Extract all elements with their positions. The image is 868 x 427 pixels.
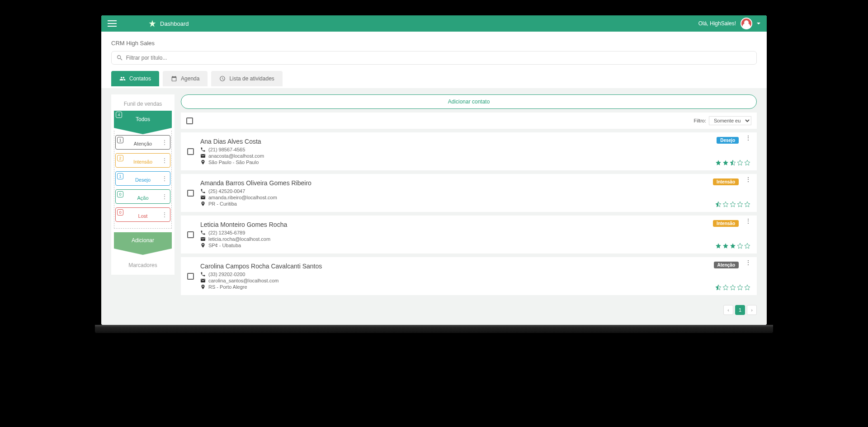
- star-full-icon: [715, 160, 722, 166]
- mail-icon: [200, 153, 206, 159]
- contact-email-row: anacosta@localhost.com: [200, 153, 750, 159]
- header-title: Dashboard: [160, 20, 189, 27]
- star-half-icon: [715, 284, 722, 291]
- funnel-stage[interactable]: 1 Desejo ⋮: [115, 171, 170, 186]
- contact-menu-icon[interactable]: ⋮: [745, 262, 751, 263]
- contact-phone-row: (25) 42520-0047: [200, 188, 750, 194]
- stage-menu-icon[interactable]: ⋮: [162, 141, 167, 143]
- contact-card[interactable]: Ana Dias Alves Costa (21) 98567-4565 ana…: [181, 132, 757, 170]
- tab-activities[interactable]: Lista de atividades: [211, 71, 282, 86]
- contact-checkbox[interactable]: [187, 148, 194, 155]
- mail-icon: [200, 195, 206, 200]
- stage-menu-icon[interactable]: ⋮: [162, 160, 167, 161]
- contact-location: PR - Curitiba: [208, 201, 237, 206]
- tab-agenda[interactable]: Agenda: [163, 71, 208, 86]
- star-empty-icon: [722, 201, 729, 207]
- sidebar-funnel: Funil de vendas 4 Todos 1 Atenção ⋮ 2 In…: [111, 94, 175, 275]
- contact-location-row: SP¢ - Ubatuba: [200, 243, 750, 248]
- stage-menu-icon[interactable]: ⋮: [162, 196, 167, 197]
- contact-menu-icon[interactable]: ⋮: [745, 220, 751, 222]
- funnel-stage[interactable]: 0 Ação ⋮: [115, 189, 170, 204]
- contact-email: carolina_santos@localhost.com: [208, 278, 278, 283]
- contact-phone-row: (33) 29202-0200: [200, 272, 750, 277]
- funnel-stages: 1 Atenção ⋮ 2 Intensão ⋮ 1 Desejo ⋮ 0 Aç…: [114, 131, 172, 229]
- contact-name: Ana Dias Alves Costa: [200, 138, 750, 145]
- contact-phone: (33) 29202-0200: [208, 272, 245, 277]
- contact-email: anacosta@localhost.com: [208, 153, 264, 159]
- stage-count: 0: [117, 191, 123, 197]
- contact-tag: Atenção: [714, 262, 739, 268]
- contact-menu-icon[interactable]: ⋮: [745, 178, 751, 180]
- pin-icon: [200, 284, 206, 290]
- contact-phone: (25) 42520-0047: [208, 188, 245, 194]
- star-empty-icon: [737, 201, 743, 207]
- stage-label: Atenção: [134, 141, 152, 146]
- contact-menu-icon[interactable]: ⋮: [745, 137, 751, 139]
- pin-icon: [200, 243, 206, 248]
- contact-checkbox[interactable]: [187, 231, 194, 238]
- contact-card[interactable]: Amanda Barros Oliveira Gomes Ribeiro (25…: [181, 174, 757, 212]
- stage-count: 1: [117, 137, 123, 143]
- contact-phone-row: (22) 12345-6789: [200, 230, 750, 235]
- contact-location: São Paulo - São Paulo: [208, 160, 259, 165]
- page-prev[interactable]: ‹: [723, 305, 733, 315]
- star-full-icon: [722, 160, 729, 166]
- list-header: Filtro: Somente eu: [181, 113, 757, 129]
- mail-icon: [200, 236, 206, 242]
- contact-card[interactable]: Carolina Campos Rocha Cavalcanti Santos …: [181, 257, 757, 295]
- star-empty-icon: [744, 201, 750, 207]
- funnel-add-button[interactable]: Adicionar: [114, 232, 172, 249]
- header-brand[interactable]: Dashboard: [148, 19, 189, 28]
- search-icon: [116, 54, 123, 61]
- pin-icon: [200, 160, 206, 165]
- contact-rating: [715, 284, 750, 291]
- funnel-stage[interactable]: 2 Intensão ⋮: [115, 153, 170, 168]
- page-top-panel: CRM High Sales Contatos Agenda: [101, 32, 767, 88]
- contact-rating: [715, 160, 750, 166]
- star-empty-icon: [730, 201, 736, 207]
- add-contact-label: Adicionar contato: [448, 99, 490, 105]
- header-user[interactable]: Olá, HighSales!: [698, 18, 760, 29]
- funnel-add-label: Adicionar: [132, 237, 154, 244]
- contact-checkbox[interactable]: [187, 190, 194, 197]
- pin-icon: [200, 201, 206, 206]
- funnel-title: Funil de vendas: [114, 101, 172, 107]
- funnel-stage[interactable]: 0 Lost ⋮: [115, 207, 170, 222]
- contact-email-row: leticia.rocha@localhost.com: [200, 236, 750, 242]
- stage-count: 1: [117, 173, 123, 179]
- contact-card[interactable]: Leticia Monteiro Gomes Rocha (22) 12345-…: [181, 216, 757, 253]
- funnel-stage[interactable]: 1 Atenção ⋮: [115, 135, 170, 150]
- funnel-all-count: 4: [116, 112, 122, 118]
- phone-icon: [200, 230, 206, 235]
- star-full-icon: [722, 243, 729, 249]
- menu-icon[interactable]: [108, 19, 117, 28]
- star-empty-icon: [737, 243, 743, 249]
- page-current[interactable]: 1: [735, 305, 745, 315]
- star-empty-icon: [737, 160, 743, 166]
- contact-rating: [715, 201, 750, 207]
- contact-checkbox[interactable]: [187, 273, 194, 280]
- tab-contacts[interactable]: Contatos: [111, 71, 159, 86]
- funnel-all[interactable]: 4 Todos: [114, 111, 172, 128]
- stage-label: Intensão: [133, 159, 152, 164]
- stage-menu-icon[interactable]: ⋮: [162, 178, 167, 179]
- add-contact-button[interactable]: Adicionar contato: [181, 94, 757, 109]
- search-input[interactable]: [126, 55, 752, 61]
- header-greeting: Olá, HighSales!: [698, 20, 736, 27]
- contact-tag: Desejo: [717, 137, 739, 144]
- select-all-checkbox[interactable]: [186, 117, 193, 124]
- contact-email: leticia.rocha@localhost.com: [208, 236, 270, 242]
- star-empty-icon: [744, 160, 750, 166]
- star-empty-icon: [744, 243, 750, 249]
- phone-icon: [200, 188, 206, 194]
- contact-phone-row: (21) 98567-4565: [200, 147, 750, 152]
- logo-icon: [148, 19, 156, 28]
- page-next[interactable]: ›: [747, 305, 757, 315]
- search-row: [111, 51, 757, 65]
- contact-location-row: RS - Porto Alegre: [200, 284, 750, 290]
- phone-icon: [200, 147, 206, 152]
- stage-menu-icon[interactable]: ⋮: [162, 214, 167, 216]
- stage-label: Lost: [138, 213, 148, 219]
- filter-select[interactable]: Somente eu: [709, 116, 751, 125]
- contact-name: Amanda Barros Oliveira Gomes Ribeiro: [200, 179, 750, 187]
